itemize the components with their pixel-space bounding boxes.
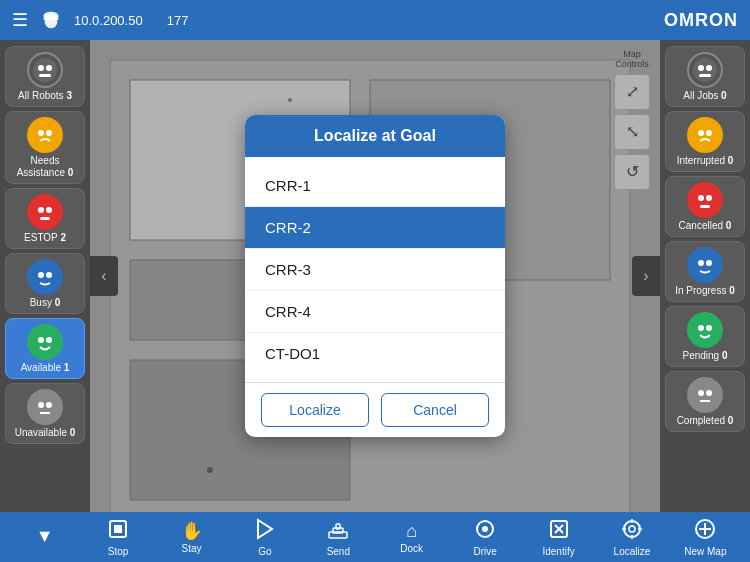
toolbar-go[interactable]: Go xyxy=(228,514,301,561)
svg-point-24 xyxy=(693,58,717,82)
menu-icon[interactable]: ☰ xyxy=(12,9,28,31)
svg-marker-58 xyxy=(258,520,272,538)
svg-point-15 xyxy=(38,272,44,278)
svg-point-39 xyxy=(698,325,704,331)
cancel-button[interactable]: Cancel xyxy=(381,393,489,427)
drive-label: Drive xyxy=(473,546,496,557)
all-robots-icon xyxy=(27,52,63,88)
send-icon xyxy=(327,518,349,545)
needs-assistance-count: 0 xyxy=(68,167,74,178)
packet-count: 177 xyxy=(167,13,189,28)
stay-icon: ✋ xyxy=(181,520,203,542)
sidebar-item-all-jobs[interactable]: All Jobs 0 xyxy=(665,46,745,107)
completed-icon xyxy=(687,377,723,413)
send-label: Send xyxy=(327,546,350,557)
svg-point-25 xyxy=(698,65,704,71)
svg-point-63 xyxy=(482,526,488,532)
modal-option-ctdo1[interactable]: CT-DO1 xyxy=(245,333,505,374)
ip-address: 10.0.200.50 xyxy=(74,13,143,28)
sidebar-item-in-progress[interactable]: In Progress 0 xyxy=(665,241,745,302)
svg-point-67 xyxy=(624,521,640,537)
interrupted-label: Interrupted 0 xyxy=(677,155,734,167)
svg-point-20 xyxy=(33,395,57,419)
unavailable-label: Unavailable 0 xyxy=(15,427,76,439)
sidebar-item-estop[interactable]: ESTOP 2 xyxy=(5,188,85,249)
modal-footer: Localize Cancel xyxy=(245,382,505,437)
in-progress-icon xyxy=(687,247,723,283)
sidebar-item-unavailable[interactable]: Unavailable 0 xyxy=(5,383,85,444)
needs-assistance-icon xyxy=(27,117,63,153)
header: ☰ 10.0.200.50 177 OMRON xyxy=(0,0,750,40)
drive-icon xyxy=(474,518,496,545)
pending-count: 0 xyxy=(722,350,728,361)
new-map-icon xyxy=(694,518,716,545)
localize-button[interactable]: Localize xyxy=(261,393,369,427)
sidebar-item-completed[interactable]: Completed 0 xyxy=(665,371,745,432)
modal-option-crr4[interactable]: CRR-4 xyxy=(245,291,505,333)
sidebar-item-pending[interactable]: Pending 0 xyxy=(665,306,745,367)
toolbar-drive[interactable]: Drive xyxy=(448,514,521,561)
svg-point-10 xyxy=(33,200,57,224)
sidebar-item-interrupted[interactable]: Interrupted 0 xyxy=(665,111,745,172)
dock-label: Dock xyxy=(400,543,423,554)
svg-point-30 xyxy=(706,130,712,136)
svg-point-43 xyxy=(706,390,712,396)
all-jobs-icon xyxy=(687,52,723,88)
in-progress-label: In Progress 0 xyxy=(675,285,734,297)
map-area: MapControls ⤢ ⤡ ↺ ‹ › Localize at Goal C… xyxy=(90,40,660,512)
stay-label: Stay xyxy=(182,543,202,554)
modal-option-crr2[interactable]: CRR-2 xyxy=(245,207,505,249)
cancelled-count: 0 xyxy=(726,220,732,231)
toolbar-dock[interactable]: ⌂ Dock xyxy=(375,517,448,558)
stop-label: Stop xyxy=(108,546,129,557)
svg-point-36 xyxy=(698,260,704,266)
svg-point-12 xyxy=(46,207,52,213)
svg-point-4 xyxy=(38,65,44,71)
sidebar-item-all-robots[interactable]: All Robots 3 xyxy=(5,46,85,107)
svg-rect-57 xyxy=(114,525,122,533)
sidebar-item-needs-assistance[interactable]: Needs Assistance 0 xyxy=(5,111,85,184)
toolbar-identify[interactable]: Identify xyxy=(522,514,595,561)
cancelled-label: Cancelled 0 xyxy=(679,220,732,232)
svg-point-11 xyxy=(38,207,44,213)
svg-point-22 xyxy=(46,402,52,408)
modal-body: CRR-1 CRR-2 CRR-3 CRR-4 CT-DO1 xyxy=(245,157,505,382)
svg-rect-61 xyxy=(336,524,340,529)
right-sidebar: All Jobs 0 Interrupted 0 Cancelled 0 In … xyxy=(660,40,750,512)
toolbar-stop[interactable]: Stop xyxy=(81,514,154,561)
localize-label: Localize xyxy=(614,546,651,557)
svg-point-18 xyxy=(38,337,44,343)
all-jobs-count: 0 xyxy=(721,90,727,101)
toolbar-new-map[interactable]: New Map xyxy=(669,514,742,561)
svg-point-32 xyxy=(698,195,704,201)
dock-icon: ⌂ xyxy=(406,521,417,542)
go-icon xyxy=(254,518,276,545)
cancelled-icon xyxy=(687,182,723,218)
toolbar-send[interactable]: Send xyxy=(302,514,375,561)
toolbar-collapse[interactable]: ▼ xyxy=(8,522,81,552)
svg-point-31 xyxy=(693,188,717,212)
robot-hat-icon xyxy=(40,9,62,31)
completed-count: 0 xyxy=(728,415,734,426)
unavailable-count: 0 xyxy=(70,427,76,438)
toolbar-localize[interactable]: Localize xyxy=(595,514,668,561)
completed-label: Completed 0 xyxy=(677,415,734,427)
svg-point-40 xyxy=(706,325,712,331)
identify-icon xyxy=(548,518,570,545)
all-jobs-label: All Jobs 0 xyxy=(683,90,726,102)
modal-option-crr1[interactable]: CRR-1 xyxy=(245,165,505,207)
sidebar-item-busy[interactable]: Busy 0 xyxy=(5,253,85,314)
svg-rect-13 xyxy=(40,217,50,220)
new-map-label: New Map xyxy=(684,546,726,557)
go-label: Go xyxy=(258,546,271,557)
available-icon xyxy=(27,324,63,360)
localize-icon xyxy=(621,518,643,545)
svg-point-19 xyxy=(46,337,52,343)
omron-logo: OMRON xyxy=(664,10,738,31)
sidebar-item-available[interactable]: Available 1 xyxy=(5,318,85,379)
sidebar-item-cancelled[interactable]: Cancelled 0 xyxy=(665,176,745,237)
toolbar-stay[interactable]: ✋ Stay xyxy=(155,516,228,558)
estop-label: ESTOP 2 xyxy=(24,232,66,244)
modal-option-crr3[interactable]: CRR-3 xyxy=(245,249,505,291)
svg-point-37 xyxy=(706,260,712,266)
